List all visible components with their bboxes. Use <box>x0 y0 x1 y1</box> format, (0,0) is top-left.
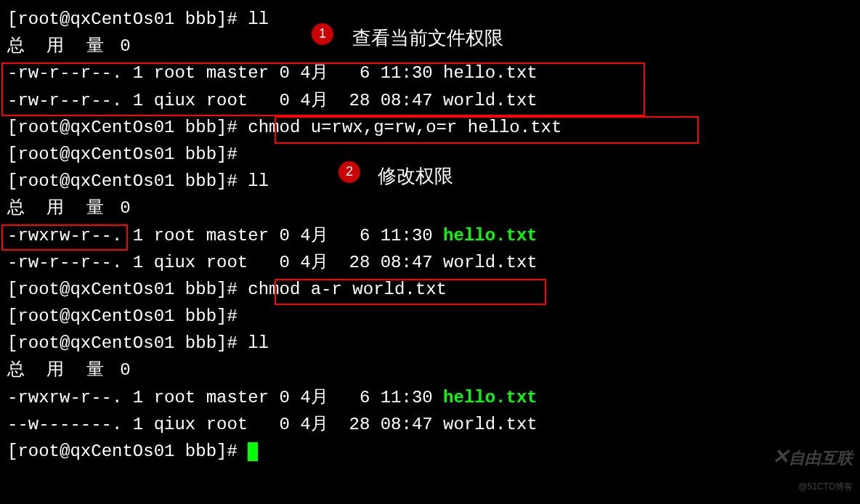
prompt-8: [root@qxCentOs01 bbb]# <box>7 442 248 461</box>
listing2-hello: -rwxrw-r--. 1 root master 0 4月 6 11:30 h… <box>7 222 853 249</box>
listing3-world: --w-------. 1 qiux root 0 4月 28 08:47 wo… <box>7 411 853 438</box>
listing3-hello-name: hello.txt <box>443 388 538 407</box>
terminal-cursor[interactable] <box>248 442 258 461</box>
total-line-3: 总 用 量 0 <box>7 357 853 383</box>
prompt-7: [root@qxCentOs01 bbb]# <box>7 333 248 353</box>
prompt-1: [root@qxCentOs01 bbb]# <box>7 9 248 29</box>
prompt-5: [root@qxCentOs01 bbb]# <box>7 280 248 299</box>
listing2-hello-perms: -rwxrw-r--. <box>7 226 122 245</box>
total-line-1: 总 用 量 0 <box>7 33 853 60</box>
command-ll-3: ll <box>248 333 269 353</box>
prompt-line-2: [root@qxCentOs01 bbb]# chmod u=rwx,g=rw,… <box>7 114 853 141</box>
total-label-3: 总 用 量 <box>7 360 110 380</box>
listing1-world: -rw-r--r--. 1 qiux root 0 4月 28 08:47 wo… <box>7 87 853 114</box>
listing2-world: -rw-r--r--. 1 qiux root 0 4月 28 08:47 wo… <box>7 249 853 276</box>
prompt-4: [root@qxCentOs01 bbb]# <box>7 171 248 191</box>
prompt-line-7: [root@qxCentOs01 bbb]# ll <box>7 330 853 357</box>
total-label-1: 总 用 量 <box>7 36 110 56</box>
listing3-hello-rest: 1 root master 0 4月 6 11:30 <box>122 388 443 407</box>
prompt-2: [root@qxCentOs01 bbb]# <box>7 118 248 137</box>
command-ll-2: ll <box>248 171 269 191</box>
watermark-sub: @51CTO博客 <box>798 481 853 492</box>
watermark: ✕自由互联 @51CTO博客 <box>772 441 853 497</box>
total-value-2: 0 <box>120 198 130 218</box>
listing3-hello: -rwxrw-r--. 1 root master 0 4月 6 11:30 h… <box>7 384 853 411</box>
prompt-line-6: [root@qxCentOs01 bbb]# <box>7 303 853 330</box>
annotation-text-2: 修改权限 <box>378 161 453 190</box>
prompt-3: [root@qxCentOs01 bbb]# <box>7 145 248 164</box>
total-line-2: 总 用 量 0 <box>7 195 853 221</box>
command-chmod-2: chmod a-r world.txt <box>248 280 447 299</box>
listing1-hello: -rw-r--r--. 1 root master 0 4月 6 11:30 h… <box>7 60 853 86</box>
total-label-2: 总 用 量 <box>7 198 110 218</box>
annotation-badge-2: 2 <box>338 161 360 183</box>
command-ll-1: ll <box>248 9 269 29</box>
total-value-3: 0 <box>120 360 130 380</box>
listing2-hello-rest: 1 root master 0 4月 6 11:30 <box>122 226 443 245</box>
listing3-hello-perms: -rwxrw-r--. <box>7 388 122 407</box>
prompt-line-5: [root@qxCentOs01 bbb]# chmod a-r world.t… <box>7 276 853 303</box>
total-value-1: 0 <box>120 36 130 56</box>
prompt-line-8: [root@qxCentOs01 bbb]# <box>7 438 853 465</box>
command-chmod-1: chmod u=rwx,g=rw,o=r hello.txt <box>248 118 561 137</box>
watermark-x-icon: ✕ <box>772 445 789 468</box>
listing2-hello-name: hello.txt <box>443 226 538 245</box>
watermark-main: 自由互联 <box>789 449 853 467</box>
prompt-6: [root@qxCentOs01 bbb]# <box>7 306 248 326</box>
